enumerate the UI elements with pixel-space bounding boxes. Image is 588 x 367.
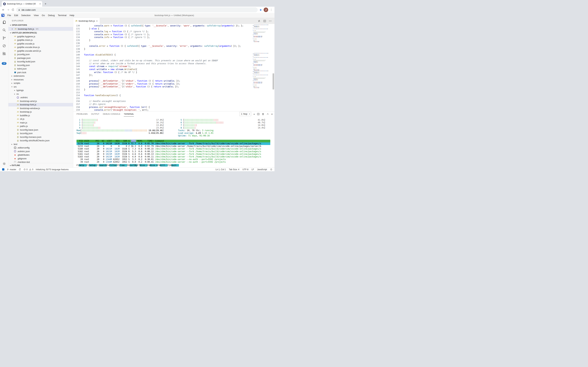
cursor-position[interactable]: Ln 1, Col 1 [216, 168, 226, 171]
code-line[interactable]: 131 } else { [73, 27, 252, 30]
code-line[interactable]: 154function handleExceptions() { [73, 94, 252, 97]
code-line[interactable]: 140function disableSTDIO() { [73, 53, 252, 56]
explorer-icon[interactable] [2, 20, 6, 24]
tree-file-tsconfig.json[interactable]: {}tsconfig.json [8, 63, 73, 67]
tree-folder-typings[interactable]: ▸typings [8, 89, 73, 92]
tree-file-paths.js[interactable]: JSpaths.js [8, 125, 73, 128]
tree-file-.gitignore[interactable]: ◆.gitignore [8, 157, 73, 160]
code-line[interactable]: 148 [73, 77, 252, 80]
code-line[interactable]: 130 console.warn = function () { safeSen… [73, 24, 252, 27]
debug-icon[interactable] [2, 44, 6, 48]
extensions-icon[interactable] [2, 52, 6, 56]
git-branch-status[interactable]: master [7, 168, 16, 171]
close-tab-icon[interactable]: × [96, 20, 98, 22]
close-panel-icon[interactable]: × [271, 113, 273, 115]
tree-file-.eslintrc.json[interactable]: .eslintrc.json [8, 150, 73, 153]
split-terminal-icon[interactable] [257, 113, 260, 115]
workspace-header[interactable]: ▾ UNTITLED (WORKSPACE) [8, 31, 73, 35]
code-line[interactable]: 151 process['__defineGetter__']('stdin',… [73, 85, 252, 88]
code-line[interactable]: 150 process['__defineGetter__']('stderr'… [73, 83, 252, 85]
code-line[interactable]: 143 // error when we are inside a forked… [73, 62, 252, 65]
code-line[interactable]: 138} [73, 48, 252, 50]
code-line[interactable]: 146 write: function () { /* No OP */ } [73, 71, 252, 74]
settings-gear-icon[interactable] [2, 162, 6, 166]
tree-folder-extensions[interactable]: ▸extensions [8, 74, 73, 78]
code-line[interactable]: 135 } [73, 39, 252, 42]
menu-item-edit[interactable]: Edit [13, 13, 20, 18]
tree-file-bootstrap-amd.js[interactable]: JSbootstrap-amd.js [8, 99, 73, 103]
profile-avatar[interactable]: J [264, 8, 268, 12]
tree-file-tsconfig.monaco.json[interactable]: {}tsconfig.monaco.json [8, 135, 73, 139]
panel-tab-debug-console[interactable]: DEBUG CONSOLE [103, 112, 120, 117]
more-actions-icon[interactable]: ··· [269, 19, 272, 23]
close-editor-icon[interactable]: × [12, 28, 13, 30]
code-line[interactable]: 158 process.on('uncaughtException', func… [73, 106, 252, 109]
indentation-setting[interactable]: Tab Size: 4 [229, 168, 239, 171]
code-editor[interactable]: 130 console.warn = function () { safeSen… [73, 24, 274, 111]
new-tab-button[interactable]: + [43, 1, 48, 6]
tree-file-yarn.lock[interactable]: yarn.lock [8, 71, 73, 74]
panel-tab-problems[interactable]: PROBLEMS [76, 112, 88, 117]
open-editors-header[interactable]: ▾ OPEN EDITORS [8, 23, 73, 27]
language-mode[interactable]: JavaScript [257, 168, 267, 171]
maximize-panel-icon[interactable] [266, 113, 269, 115]
tree-file-gulpfile.vscode.linux.js[interactable]: JSgulpfile.vscode.linux.js [8, 46, 73, 49]
tree-file-tsconfig.json[interactable]: {}tsconfig.json [8, 132, 73, 135]
open-editor-item[interactable]: × JS bootstrap-fork.js src [8, 27, 73, 31]
browser-menu-icon[interactable]: ⋮ [270, 8, 273, 11]
tree-file-bootstrap-window.js[interactable]: JSbootstrap-window.js [8, 107, 73, 110]
code-line[interactable]: 155 [73, 97, 252, 100]
browser-tab[interactable]: bootstrap-fork.js — Untitled (W × [2, 1, 42, 7]
tree-file-tslint.json[interactable]: {}tslint.json [8, 67, 73, 71]
minimap[interactable] [253, 25, 272, 88]
tree-file-tsconfig.build.json[interactable]: {}tsconfig.build.json [8, 60, 73, 64]
tree-file-gulpfile.vscode.win32.js[interactable]: JSgulpfile.vscode.win32.js [8, 49, 73, 53]
tree-file-.gitattributes[interactable]: ◆.gitattributes [8, 153, 73, 157]
tree-file-tsconfig.strictNullChecks.json[interactable]: {}tsconfig.strictNullChecks.json [8, 139, 73, 142]
terminal[interactable]: 1 [|||||||||||| 17.8%] 5 [||||||||||||||… [73, 117, 274, 167]
split-editor-icon[interactable] [263, 20, 266, 22]
code-line[interactable]: 139 [73, 50, 252, 53]
reload-button[interactable] [12, 8, 14, 11]
tree-file-gulpfile.vscode.js[interactable]: JSgulpfile.vscode.js [8, 42, 73, 46]
remote-indicator-icon[interactable] [2, 168, 4, 171]
lock-icon[interactable] [18, 9, 20, 11]
tree-file-gulpfile.hygiene.js[interactable]: JSgulpfile.hygiene.js [8, 35, 73, 38]
tree-file-gulpfile.mixin.js[interactable]: JSgulpfile.mixin.js [8, 38, 73, 42]
menu-item-file[interactable]: File [6, 13, 13, 18]
code-line[interactable]: 145 const writable = new stream.Writable… [73, 68, 252, 71]
tree-folder-vs[interactable]: ▸vs [8, 92, 73, 96]
code-line[interactable]: 144 const stream = require('stream'); [73, 65, 252, 68]
notifications-bell-icon[interactable] [270, 168, 272, 171]
code-line[interactable]: 156 // Handle uncaught exceptions [73, 100, 252, 103]
eol-setting[interactable]: LF [252, 168, 254, 171]
menu-item-help[interactable]: Help [68, 13, 76, 18]
tree-file-tsconfig.base.json[interactable]: {}tsconfig.base.json [8, 128, 73, 132]
tree-file-bootstrap-fork.js[interactable]: JSbootstrap-fork.js [8, 103, 73, 107]
problems-status[interactable]: 0 0 [24, 168, 33, 171]
code-line[interactable]: 137 console.error = function () { safeSe… [73, 45, 252, 48]
tree-file-.editorconfig[interactable]: .editorconfig [8, 146, 73, 150]
code-line[interactable]: 153 [73, 91, 252, 94]
code-line[interactable]: 136 [73, 42, 252, 45]
bookmark-star-icon[interactable]: ★ [259, 8, 262, 12]
new-terminal-icon[interactable]: + [253, 113, 255, 115]
code-line[interactable]: 141 [73, 56, 252, 59]
encoding-setting[interactable]: UTF-8 [242, 168, 248, 171]
forward-button[interactable] [7, 8, 10, 11]
terminal-session-select[interactable]: 1: htop ▾ [240, 112, 251, 116]
search-icon[interactable] [2, 28, 6, 32]
scrollbar-thumb[interactable] [273, 73, 274, 90]
code-line[interactable]: 157 // @ts-ignore [73, 103, 252, 106]
menu-item-selection[interactable]: Selection [20, 13, 32, 18]
code-line[interactable]: 159 console.error('Uncaught Exception: '… [73, 108, 252, 111]
code-line[interactable]: 152} [73, 88, 252, 91]
tree-file-bootstrap.js[interactable]: JSbootstrap.js [8, 110, 73, 114]
tree-folder-resources[interactable]: ▸resources [8, 78, 73, 81]
editor-tab-bootstrap-fork[interactable]: JS bootstrap-fork.js × [73, 18, 100, 24]
menu-item-go[interactable]: Go [40, 13, 46, 18]
editor-scrollbar[interactable] [272, 24, 274, 111]
off-toggle-badge[interactable]: Off [2, 62, 7, 65]
menu-item-terminal[interactable]: Terminal [56, 13, 68, 18]
code-line[interactable]: 142 // const stdout, stderr and stdin be… [73, 59, 252, 62]
